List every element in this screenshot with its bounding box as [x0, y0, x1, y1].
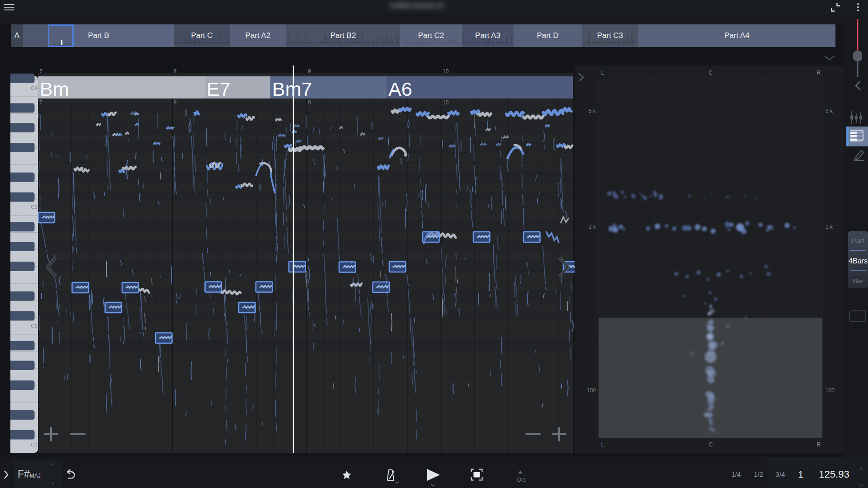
svg-text:8: 8 — [174, 68, 177, 75]
svg-text:9: 9 — [308, 99, 311, 106]
svg-text:100: 100 — [826, 387, 835, 394]
svg-text:C3: C3 — [31, 204, 38, 210]
svg-text:125.93: 125.93 — [819, 469, 849, 480]
svg-text:7: 7 — [39, 99, 42, 106]
svg-text:1/2: 1/2 — [754, 470, 764, 478]
svg-text:1: 1 — [798, 469, 803, 479]
svg-text:E7: E7 — [207, 78, 231, 100]
svg-text:Bar: Bar — [853, 277, 863, 285]
svg-text:9: 9 — [308, 68, 311, 75]
svg-text:Part: Part — [852, 237, 864, 244]
svg-text:1 k: 1 k — [826, 224, 833, 230]
svg-text:R: R — [816, 441, 821, 448]
svg-text:C: C — [708, 441, 712, 448]
svg-text:C4: C4 — [31, 85, 38, 91]
svg-text:Oct: Oct — [517, 476, 526, 483]
svg-text:10: 10 — [443, 68, 449, 75]
svg-text:L: L — [601, 69, 604, 76]
svg-text:Bm: Bm — [40, 78, 69, 100]
svg-text:1/4: 1/4 — [731, 470, 741, 478]
svg-text:C2: C2 — [31, 323, 38, 328]
svg-text:100: 100 — [587, 387, 596, 394]
svg-text:5 k: 5 k — [589, 108, 596, 114]
svg-text:8: 8 — [174, 99, 177, 106]
svg-text:L: L — [601, 441, 604, 448]
svg-text:10: 10 — [443, 99, 449, 106]
svg-text:C: C — [708, 69, 712, 76]
svg-text:5 k: 5 k — [826, 108, 833, 114]
svg-text:7: 7 — [39, 68, 42, 75]
svg-text:4Bars: 4Bars — [849, 257, 868, 265]
svg-text:Bm7: Bm7 — [272, 78, 312, 100]
svg-text:C1: C1 — [31, 442, 38, 447]
svg-text:R: R — [816, 69, 821, 76]
svg-text:1 k: 1 k — [589, 224, 596, 230]
svg-text:A6: A6 — [388, 78, 412, 100]
svg-text:3/4: 3/4 — [776, 470, 785, 478]
